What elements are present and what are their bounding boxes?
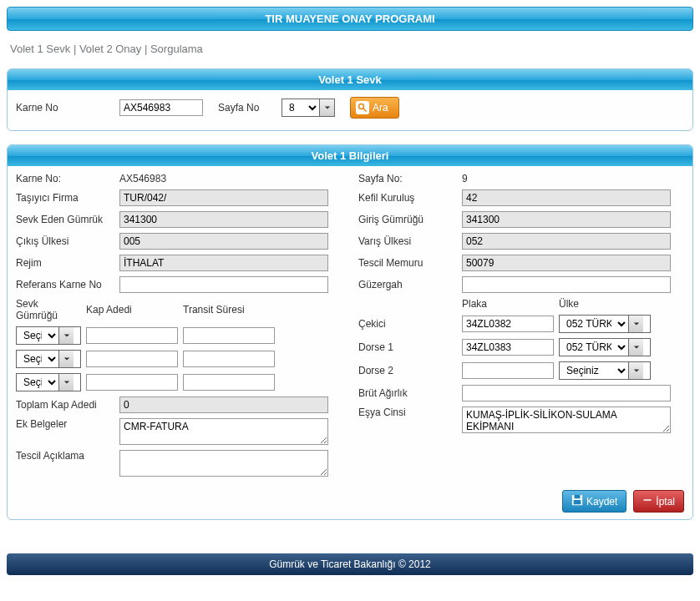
label-sevk-eden: Sevk Eden Gümrük — [16, 214, 114, 225]
input-transit1[interactable] — [183, 327, 275, 344]
svg-rect-5 — [644, 499, 652, 501]
input-kap1[interactable] — [86, 327, 178, 344]
menu-sorgulama[interactable]: Sorgulama — [150, 43, 203, 55]
cancel-icon — [642, 495, 652, 508]
input-rejim[interactable] — [119, 255, 328, 271]
input-brut[interactable] — [462, 385, 671, 402]
label-varis: Varış Ülkesi — [358, 235, 457, 247]
select-sayfa-no[interactable]: 8 — [282, 98, 335, 117]
label-dorse2: Dorse 2 — [358, 365, 457, 376]
input-giris[interactable] — [462, 211, 671, 228]
input-guzergah[interactable] — [462, 276, 671, 293]
search-icon — [356, 101, 369, 114]
label-rejim: Rejim — [16, 257, 114, 269]
label-guzergah: Güzergah — [358, 279, 457, 290]
label-sayfa-no2: Sayfa No: — [358, 173, 457, 184]
label-sevk-gumruk: Sevk Gümrüğü — [16, 298, 81, 321]
label-dorse1: Dorse 1 — [358, 341, 457, 353]
textarea-esya[interactable] — [462, 407, 671, 433]
chevron-down-icon — [58, 327, 74, 344]
select-cekici-ulke[interactable]: 052 TÜRKİYE — [559, 315, 651, 333]
label-plaka: Plaka — [462, 298, 554, 310]
label-kefil: Kefil Kuruluş — [358, 192, 457, 204]
label-kap-adedi: Kap Adedi — [86, 304, 178, 316]
input-kap2[interactable] — [86, 351, 178, 367]
label-ulke: Ülke — [559, 298, 651, 310]
panel-volet1-sevk: Volet 1 Sevk Karne No Sayfa No 8 Ara — [7, 68, 693, 131]
panel-volet1-bilgileri: Volet 1 Bilgileri Karne No:AX546983 Taşı… — [7, 144, 693, 520]
label-cikis: Çıkış Ülkesi — [16, 235, 114, 247]
input-transit2[interactable] — [183, 351, 275, 367]
input-kap3[interactable] — [86, 374, 178, 391]
menu-volet1-sevk[interactable]: Volet 1 Sevk — [10, 43, 70, 55]
button-kaydet[interactable]: Kaydet — [562, 490, 626, 513]
input-varis[interactable] — [462, 233, 671, 250]
label-cekici: Çekici — [358, 318, 457, 330]
panel-header-bilgileri: Volet 1 Bilgileri — [8, 145, 692, 166]
select-dorse2-ulke[interactable]: Seçiniz — [559, 361, 651, 380]
label-transit: Transit Süresi — [183, 304, 275, 316]
svg-rect-4 — [574, 500, 581, 504]
label-brut: Brüt Ağırlık — [358, 387, 457, 399]
input-toplam-kap[interactable] — [119, 396, 328, 413]
textarea-ek-belge[interactable] — [119, 418, 328, 445]
select-dorse1-ulke[interactable]: 052 TÜRKİYE — [559, 338, 651, 356]
svg-point-0 — [359, 104, 364, 109]
save-icon — [571, 494, 583, 508]
input-tescil-mem[interactable] — [462, 255, 671, 271]
label-karne-no2: Karne No: — [16, 173, 114, 184]
label-tescil-aciklama: Tescil Açıklama — [16, 450, 114, 462]
label-karne-no: Karne No — [16, 102, 114, 114]
select-sevk2[interactable]: Seçiniz — [16, 350, 81, 368]
label-esya: Eşya Cinsi — [358, 407, 457, 418]
chevron-down-icon — [628, 362, 643, 379]
label-sayfa-no: Sayfa No — [218, 102, 276, 114]
input-cekici-plaka[interactable] — [462, 316, 554, 332]
value-karne-no: AX546983 — [119, 173, 166, 184]
button-ara[interactable]: Ara — [350, 97, 399, 119]
label-tescil-mem: Tescil Memuru — [358, 257, 457, 269]
label-giris: Giriş Gümrüğü — [358, 214, 457, 225]
chevron-down-icon — [628, 339, 643, 356]
input-sevk-eden[interactable] — [119, 211, 328, 228]
input-karne-no[interactable] — [119, 99, 203, 116]
input-dorse2-plaka[interactable] — [462, 362, 554, 379]
chevron-down-icon — [58, 351, 74, 367]
value-sayfa-no: 9 — [462, 173, 468, 184]
footer: Gümrük ve Ticaret Bakanlığı © 2012 — [7, 553, 693, 575]
label-toplam-kap: Toplam Kap Adedi — [16, 399, 114, 411]
select-sevk1[interactable]: Seçiniz — [16, 326, 81, 345]
label-referans: Referans Karne No — [16, 279, 114, 290]
svg-rect-3 — [574, 495, 580, 498]
label-tasiyici: Taşıyıcı Firma — [16, 192, 114, 204]
chevron-down-icon — [628, 316, 643, 332]
input-referans[interactable] — [119, 276, 328, 293]
main-menu: Volet 1 Sevk | Volet 2 Onay | Sorgulama — [10, 43, 690, 55]
panel-header: Volet 1 Sevk — [8, 69, 692, 90]
svg-line-1 — [363, 109, 367, 112]
input-transit3[interactable] — [183, 374, 275, 391]
button-iptal[interactable]: İptal — [633, 490, 684, 513]
input-tasiyici[interactable] — [119, 189, 328, 206]
chevron-down-icon — [319, 99, 334, 116]
app-title: TIR MUAYENE ONAY PROGRAMI — [7, 7, 693, 31]
label-ek-belge: Ek Belgeler — [16, 418, 114, 430]
textarea-tescil-aciklama[interactable] — [119, 450, 328, 477]
menu-volet2-onay[interactable]: Volet 2 Onay — [79, 43, 141, 55]
input-kefil[interactable] — [462, 189, 671, 206]
input-cikis[interactable] — [119, 233, 328, 250]
input-dorse1-plaka[interactable] — [462, 339, 554, 356]
select-sevk3[interactable]: Seçiniz — [16, 373, 81, 391]
chevron-down-icon — [58, 374, 74, 391]
